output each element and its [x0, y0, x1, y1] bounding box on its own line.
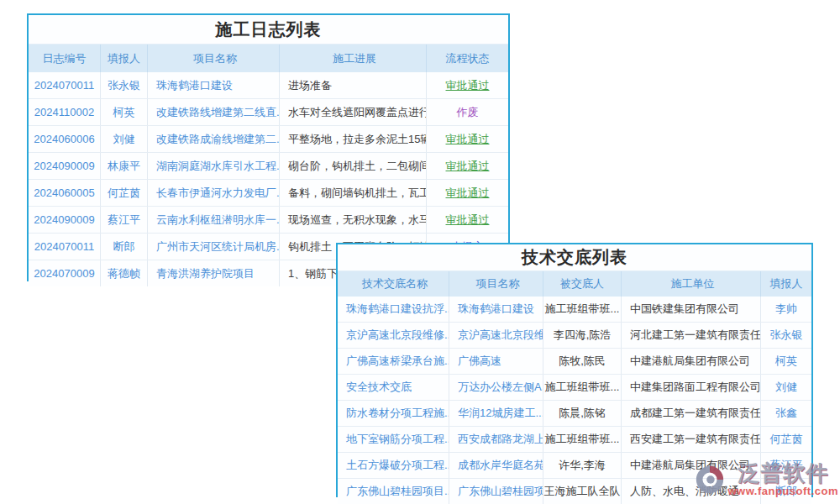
cell-link[interactable]: 2024070009 [29, 260, 100, 286]
column-header: 施工进展 [279, 45, 426, 72]
cell-text: 许华,李海 [543, 453, 621, 478]
cell-link[interactable]: 广州市天河区统计局机房... [147, 234, 279, 260]
watermark-brand-text: 泛普软件 [738, 462, 828, 484]
cell-link[interactable]: 青海洪湖养护院项目 [147, 260, 279, 286]
column-header: 施工单位 [621, 271, 760, 297]
table-row: 地下室钢筋分项工程...西安成都路龙湖上...施工班组带班...西安建工第一建筑… [338, 426, 811, 452]
table-row: 安全技术交底万达办公楼左侧A...施工班组带班...中建集团路面工程有限公司刘健 [338, 374, 811, 400]
construction-log-header-row: 日志编号填报人项目名称施工进展流程状态 [29, 45, 508, 72]
cell-text: 进场准备 [279, 72, 426, 98]
cell-link[interactable]: 何芷茵 [100, 180, 147, 206]
cell-text: 平整场地，拉走多余泥土15辆... [279, 126, 426, 152]
cell-link[interactable]: 柯英 [760, 349, 811, 374]
cell-link[interactable]: 刘健 [100, 126, 147, 152]
technical-disclosure-title: 技术交底列表 [338, 244, 811, 271]
table-row: 2024110002柯英改建铁路线增建第二线直...水车对全线遮阳网覆盖点进行.… [29, 98, 508, 125]
cell-link[interactable]: 2024060006 [29, 126, 100, 152]
cell-text: 施工班组带班... [543, 375, 621, 400]
cell-link[interactable]: 珠海鹤港口建设抗浮... [338, 297, 449, 322]
cell-link[interactable]: 安全技术交底 [338, 375, 449, 400]
cell-link[interactable]: 2024070011 [29, 72, 100, 98]
column-header: 项目名称 [449, 271, 543, 297]
cell-link[interactable]: 蔡江平 [100, 207, 147, 233]
column-header: 填报人 [760, 271, 811, 297]
status-cell[interactable]: 审批通过 [426, 72, 508, 98]
cell-text: 陈牧,陈民 [543, 349, 621, 374]
cell-link[interactable]: 2024060005 [29, 180, 100, 206]
column-header: 填报人 [100, 45, 147, 72]
cell-link[interactable]: 改建铁路线增建第二线直... [147, 99, 279, 125]
cell-text: 成都建工第一建筑有限责任公司 [621, 401, 760, 426]
technical-disclosure-card: 技术交底列表 技术交底名称项目名称被交底人施工单位填报人 珠海鹤港口建设抗浮..… [336, 243, 813, 497]
cell-text: 河北建工第一建筑有限责任公司 [621, 323, 760, 348]
technical-disclosure-header-row: 技术交底名称项目名称被交底人施工单位填报人 [338, 271, 811, 297]
table-row: 2024070011张永银珠海鹤港口建设进场准备审批通过 [29, 72, 508, 98]
cell-link[interactable]: 张永银 [100, 72, 147, 98]
status-cell[interactable]: 审批通过 [426, 180, 508, 206]
cell-link[interactable]: 张鑫 [760, 401, 811, 426]
cell-link[interactable]: 李帅 [760, 297, 811, 322]
cell-text: 李四海,陈浩 [543, 323, 621, 348]
cell-link[interactable]: 广佛高速 [449, 349, 543, 374]
cell-link[interactable]: 2024090009 [29, 153, 100, 179]
cell-link[interactable]: 京沪高速北京段维修 [449, 323, 543, 348]
cell-text: 中建港航局集团有限公司 [621, 349, 760, 374]
cell-link[interactable]: 2024090009 [29, 207, 100, 233]
status-cell[interactable]: 审批通过 [426, 153, 508, 179]
cell-text: 备料，砌间墙钩机排土，瓦工... [279, 180, 426, 206]
status-cell[interactable]: 作废 [426, 99, 508, 125]
cell-link[interactable]: 云南水利枢纽潜明水库一... [147, 207, 279, 233]
cell-text: 中建集团路面工程有限公司 [621, 375, 760, 400]
cell-link[interactable]: 广佛高速桥梁承台施... [338, 349, 449, 374]
cell-link[interactable]: 万达办公楼左侧A... [449, 375, 543, 400]
fanpu-watermark: 泛普软件 www.fanpusoft.com [694, 462, 838, 497]
cell-text: 西安建工第一建筑有限责任公司 [621, 427, 760, 452]
table-row: 2024090009林康平湖南洞庭湖水库引水工程...砌台阶，钩机排土，二包砌间… [29, 152, 508, 179]
cell-link[interactable]: 湖南洞庭湖水库引水工程... [147, 153, 279, 179]
cell-link[interactable]: 刘健 [760, 375, 811, 400]
cell-text: 施工班组带班... [543, 297, 621, 322]
table-row: 珠海鹤港口建设抗浮...珠海鹤港口建设施工班组带班...中国铁建集团有限公司李帅 [338, 297, 811, 322]
cell-link[interactable]: 广东佛山碧桂园项目... [338, 479, 449, 504]
cell-link[interactable]: 珠海鹤港口建设 [449, 297, 543, 322]
cell-link[interactable]: 林康平 [100, 153, 147, 179]
table-row: 京沪高速北京段维修...京沪高速北京段维修李四海,陈浩河北建工第一建筑有限责任公… [338, 322, 811, 348]
cell-link[interactable]: 珠海鹤港口建设 [147, 72, 279, 98]
construction-log-title: 施工日志列表 [29, 15, 508, 45]
cell-link[interactable]: 断郎 [100, 234, 147, 260]
table-row: 防水卷材分项工程施...华润12城房建工...陈晨,陈铭成都建工第一建筑有限责任… [338, 400, 811, 426]
cell-link[interactable]: 成都水岸华庭名苑... [449, 453, 543, 478]
fanpu-logo-icon [694, 464, 726, 496]
cell-link[interactable]: 蒋德帧 [100, 260, 147, 286]
cell-link[interactable]: 地下室钢筋分项工程... [338, 427, 449, 452]
cell-link[interactable]: 张永银 [760, 323, 811, 348]
cell-text: 施工班组带班... [543, 427, 621, 452]
cell-link[interactable]: 西安成都路龙湖上... [449, 427, 543, 452]
cell-link[interactable]: 长春市伊通河水力发电厂... [147, 180, 279, 206]
cell-link[interactable]: 改建铁路成渝线增建第二... [147, 126, 279, 152]
cell-link[interactable]: 京沪高速北京段维修... [338, 323, 449, 348]
cell-link[interactable]: 柯英 [100, 99, 147, 125]
table-row: 2024060006刘健改建铁路成渝线增建第二...平整场地，拉走多余泥土15辆… [29, 125, 508, 152]
cell-text: 砌台阶，钩机排土，二包砌间... [279, 153, 426, 179]
cell-link[interactable]: 广东佛山碧桂园项目 [449, 479, 543, 504]
construction-log-card: 施工日志列表 日志编号填报人项目名称施工进展流程状态 2024070011张永银… [27, 13, 510, 281]
cell-link[interactable]: 何芷茵 [760, 427, 811, 452]
cell-text: 水车对全线遮阳网覆盖点进行... [279, 99, 426, 125]
table-row: 2024090009蔡江平云南水利枢纽潜明水库一...现场巡查，无积水现象，水马… [29, 206, 508, 233]
cell-link[interactable]: 防水卷材分项工程施... [338, 401, 449, 426]
status-cell[interactable]: 审批通过 [426, 207, 508, 233]
status-cell[interactable]: 审批通过 [426, 126, 508, 152]
cell-link[interactable]: 2024110002 [29, 99, 100, 125]
column-header: 日志编号 [29, 45, 100, 72]
cell-text: 陈晨,陈铭 [543, 401, 621, 426]
cell-link[interactable]: 2024070011 [29, 234, 100, 260]
cell-link[interactable]: 土石方爆破分项工程... [338, 453, 449, 478]
cell-text: 现场巡查，无积水现象，水马... [279, 207, 426, 233]
column-header: 项目名称 [147, 45, 279, 72]
cell-text: 王海施工队全队 [543, 479, 621, 504]
table-row: 广佛高速桥梁承台施...广佛高速陈牧,陈民中建港航局集团有限公司柯英 [338, 348, 811, 374]
cell-link[interactable]: 华润12城房建工... [449, 401, 543, 426]
cell-text: 中国铁建集团有限公司 [621, 297, 760, 322]
column-header: 被交底人 [543, 271, 621, 297]
